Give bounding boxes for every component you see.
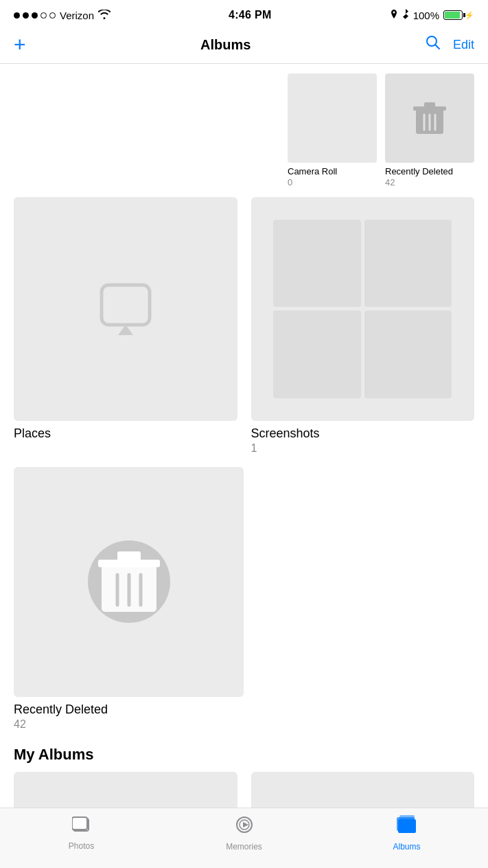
memories-tab-label: Memories — [226, 842, 262, 852]
my-albums-header: My Albums — [0, 731, 488, 772]
status-right: 100% ⚡ — [390, 9, 474, 21]
status-time: 4:46 PM — [229, 9, 272, 21]
places-thumbnail — [14, 197, 237, 421]
album-places[interactable]: Places — [14, 197, 244, 455]
top-albums-section: Camera Roll 0 Recently Deleted 42 — [0, 64, 488, 187]
location-icon — [390, 10, 398, 21]
signal-dot-3 — [32, 12, 38, 19]
status-left: Verizon — [14, 10, 111, 21]
bluetooth-icon — [402, 9, 409, 21]
camera-roll-thumbnail — [288, 73, 377, 163]
page-title: Albums — [200, 37, 251, 53]
recently-deleted-thumbnail-small — [385, 73, 474, 163]
battery-percentage: 100% — [413, 10, 439, 21]
recently-deleted-large-section[interactable]: Recently Deleted 42 — [0, 455, 488, 731]
signal-dot-2 — [23, 12, 29, 19]
search-button[interactable] — [426, 35, 441, 54]
album-camera-roll-small[interactable]: Camera Roll 0 — [288, 73, 377, 187]
tab-bar: Photos Memories Albums — [0, 808, 488, 868]
places-name: Places — [14, 426, 237, 441]
main-content: Camera Roll 0 Recently Deleted 42 — [0, 64, 488, 868]
wifi-icon — [98, 10, 111, 21]
add-album-button[interactable]: + — [14, 34, 26, 55]
svg-line-1 — [435, 45, 439, 49]
album-recently-deleted-small[interactable]: Recently Deleted 42 — [385, 73, 474, 187]
memories-tab-icon — [235, 815, 254, 839]
recently-deleted-name-large: Recently Deleted — [14, 703, 474, 717]
camera-roll-count: 0 — [288, 177, 377, 187]
album-screenshots[interactable]: Screenshots 1 — [244, 197, 475, 455]
main-albums-grid: Places Screenshots 1 — [0, 187, 488, 455]
signal-dots — [14, 12, 56, 19]
recently-deleted-name-small: Recently Deleted — [385, 166, 474, 176]
svg-rect-8 — [102, 285, 150, 325]
svg-rect-4 — [424, 102, 435, 108]
svg-rect-17 — [72, 817, 87, 830]
albums-tab-icon — [397, 815, 417, 839]
carrier-label: Verizon — [60, 10, 94, 21]
svg-marker-20 — [243, 822, 248, 827]
albums-tab-label: Albums — [393, 842, 420, 852]
charging-icon: ⚡ — [465, 11, 474, 20]
signal-dot-5 — [49, 12, 56, 19]
battery-indicator: ⚡ — [443, 10, 474, 20]
signal-dot-4 — [40, 12, 47, 19]
camera-roll-name: Camera Roll — [288, 166, 377, 176]
signal-dot-1 — [14, 12, 20, 19]
nav-bar: + Albums Edit — [0, 30, 488, 64]
screenshots-count: 1 — [251, 442, 475, 455]
status-bar: Verizon 4:46 PM 100% ⚡ — [0, 0, 488, 30]
photos-tab-icon — [72, 816, 91, 838]
battery-fill — [445, 12, 460, 19]
svg-rect-23 — [399, 815, 415, 829]
svg-rect-12 — [117, 551, 141, 561]
battery-body — [443, 10, 463, 20]
recently-deleted-thumbnail-large — [14, 467, 244, 697]
screenshots-thumbnail — [251, 197, 475, 421]
tab-memories[interactable]: Memories — [217, 815, 272, 852]
photos-tab-label: Photos — [69, 841, 94, 851]
edit-button[interactable]: Edit — [453, 38, 474, 52]
screenshots-name: Screenshots — [251, 426, 475, 441]
trash-circle-large — [88, 540, 170, 623]
tab-photos[interactable]: Photos — [54, 816, 109, 851]
recently-deleted-count-large: 42 — [14, 718, 474, 731]
tab-albums[interactable]: Albums — [380, 815, 434, 852]
recently-deleted-count-small: 42 — [385, 177, 474, 187]
nav-actions: Edit — [426, 35, 474, 54]
